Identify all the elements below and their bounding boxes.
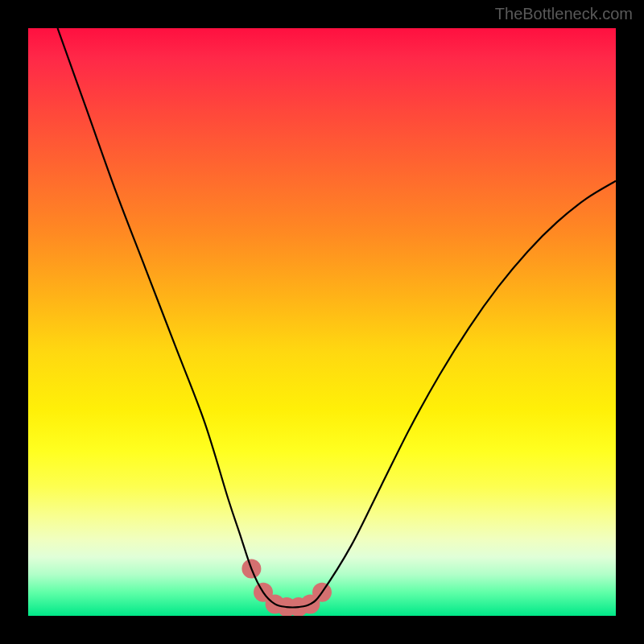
watermark-text: TheBottleneck.com [495, 5, 633, 23]
bottleneck-curve-path [58, 28, 617, 608]
plot-area [28, 28, 616, 616]
curve-svg [28, 28, 616, 616]
